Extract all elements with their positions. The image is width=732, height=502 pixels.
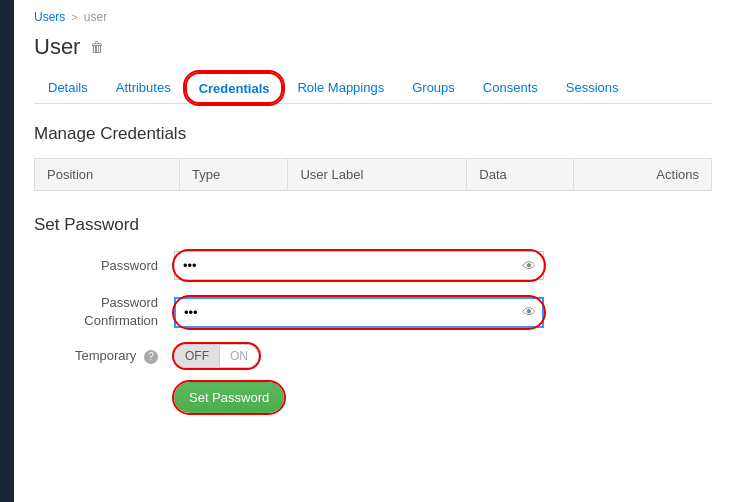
password-confirm-input[interactable] <box>174 297 544 328</box>
tab-credentials[interactable]: Credentials <box>185 72 284 104</box>
breadcrumb-current: user <box>84 10 107 24</box>
password-eye-icon[interactable]: 👁 <box>522 258 536 274</box>
set-password-button[interactable]: Set Password <box>174 382 284 413</box>
tab-sessions[interactable]: Sessions <box>552 72 633 103</box>
breadcrumb-separator: > <box>71 11 77 23</box>
breadcrumb-users[interactable]: Users <box>34 10 65 24</box>
set-password-section: Set Password Password 👁 Password Confirm… <box>34 215 712 413</box>
password-input-wrapper: 👁 <box>174 251 544 280</box>
col-data: Data <box>467 159 574 191</box>
col-user-label: User Label <box>288 159 467 191</box>
temporary-toggle-wrapper: OFF ON <box>174 344 259 368</box>
password-input[interactable] <box>174 251 544 280</box>
manage-credentials-title: Manage Credentials <box>34 124 712 144</box>
toggle-on-label: ON <box>220 345 258 367</box>
password-label: Password <box>34 258 174 273</box>
page-title-row: User 🗑 <box>34 34 712 60</box>
manage-credentials-section: Manage Credentials Position Type User La… <box>34 124 712 191</box>
page-title: User <box>34 34 80 60</box>
tab-groups[interactable]: Groups <box>398 72 469 103</box>
password-confirm-eye-icon[interactable]: 👁 <box>522 304 536 320</box>
sidebar-strip <box>0 0 14 502</box>
col-type: Type <box>180 159 288 191</box>
breadcrumb: Users > user <box>34 10 712 24</box>
password-field-group: Password 👁 <box>34 251 712 280</box>
col-actions: Actions <box>574 159 712 191</box>
temporary-toggle[interactable]: OFF ON <box>174 344 259 368</box>
credentials-table: Position Type User Label Data Actions <box>34 158 712 191</box>
temporary-help-icon[interactable]: ? <box>144 350 158 364</box>
tab-consents[interactable]: Consents <box>469 72 552 103</box>
tab-role-mappings[interactable]: Role Mappings <box>283 72 398 103</box>
tab-details[interactable]: Details <box>34 72 102 103</box>
toggle-off-label: OFF <box>175 345 220 367</box>
temporary-label: Temporary ? <box>34 348 174 364</box>
password-confirm-input-wrapper: 👁 <box>174 297 544 328</box>
set-password-title: Set Password <box>34 215 712 235</box>
password-confirm-field-group: Password Confirmation 👁 <box>34 294 712 330</box>
main-content: Users > user User 🗑 Details Attributes C… <box>14 0 732 423</box>
col-position: Position <box>35 159 180 191</box>
tabs-bar: Details Attributes Credentials Role Mapp… <box>34 72 712 104</box>
temporary-field-group: Temporary ? OFF ON <box>34 344 712 368</box>
delete-user-icon[interactable]: 🗑 <box>90 39 104 55</box>
tab-attributes[interactable]: Attributes <box>102 72 185 103</box>
password-confirm-label: Password Confirmation <box>34 294 174 330</box>
